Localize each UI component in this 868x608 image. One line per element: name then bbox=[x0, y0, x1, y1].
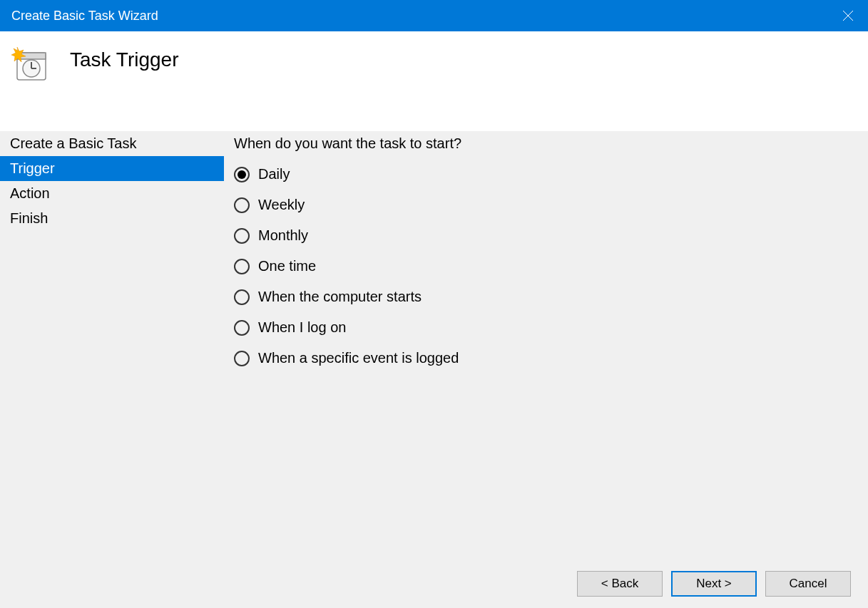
radio-label: Monthly bbox=[258, 227, 308, 244]
main-panel: When do you want the task to start? Dail… bbox=[224, 131, 868, 608]
radio-icon bbox=[234, 320, 250, 336]
radio-option-monthly[interactable]: Monthly bbox=[234, 227, 858, 244]
radio-option-daily[interactable]: Daily bbox=[234, 166, 858, 182]
back-button[interactable]: < Back bbox=[577, 571, 663, 597]
radio-option-log-on[interactable]: When I log on bbox=[234, 319, 858, 336]
sidebar-item-create-basic-task[interactable]: Create a Basic Task bbox=[0, 131, 224, 156]
titlebar: Create Basic Task Wizard bbox=[0, 0, 868, 31]
footer: < Back Next > Cancel bbox=[577, 571, 851, 597]
radio-option-weekly[interactable]: Weekly bbox=[234, 197, 858, 213]
radio-option-one-time[interactable]: One time bbox=[234, 258, 858, 274]
close-icon bbox=[842, 10, 854, 21]
radio-option-computer-starts[interactable]: When the computer starts bbox=[234, 289, 858, 305]
question-text: When do you want the task to start? bbox=[234, 135, 858, 152]
radio-label: When the computer starts bbox=[258, 289, 422, 305]
titlebar-text: Create Basic Task Wizard bbox=[11, 9, 158, 24]
radio-icon bbox=[234, 351, 250, 366]
close-button[interactable] bbox=[828, 0, 868, 31]
wizard-icon bbox=[11, 46, 48, 83]
sidebar-item-label: Create a Basic Task bbox=[10, 135, 137, 151]
sidebar-item-action[interactable]: Action bbox=[0, 181, 224, 206]
radio-icon bbox=[234, 197, 250, 213]
radio-icon bbox=[234, 228, 250, 244]
radio-icon bbox=[234, 289, 250, 305]
sidebar-item-trigger[interactable]: Trigger bbox=[0, 156, 224, 181]
sidebar-item-label: Trigger bbox=[10, 160, 55, 176]
cancel-button[interactable]: Cancel bbox=[765, 571, 851, 597]
body: Create a Basic Task Trigger Action Finis… bbox=[0, 131, 868, 608]
radio-icon bbox=[234, 259, 250, 274]
sidebar-item-label: Action bbox=[10, 185, 50, 201]
sidebar: Create a Basic Task Trigger Action Finis… bbox=[0, 131, 224, 608]
page-title: Task Trigger bbox=[70, 46, 179, 71]
sidebar-item-label: Finish bbox=[10, 210, 48, 226]
sidebar-item-finish[interactable]: Finish bbox=[0, 206, 224, 231]
radio-label: When a specific event is logged bbox=[258, 350, 459, 366]
radio-icon bbox=[234, 167, 250, 182]
radio-label: One time bbox=[258, 258, 316, 274]
next-button[interactable]: Next > bbox=[671, 571, 757, 597]
radio-label: Weekly bbox=[258, 197, 305, 213]
radio-option-event-logged[interactable]: When a specific event is logged bbox=[234, 350, 858, 366]
radio-label: Daily bbox=[258, 166, 290, 182]
radio-label: When I log on bbox=[258, 319, 346, 336]
header: Task Trigger bbox=[0, 31, 868, 131]
